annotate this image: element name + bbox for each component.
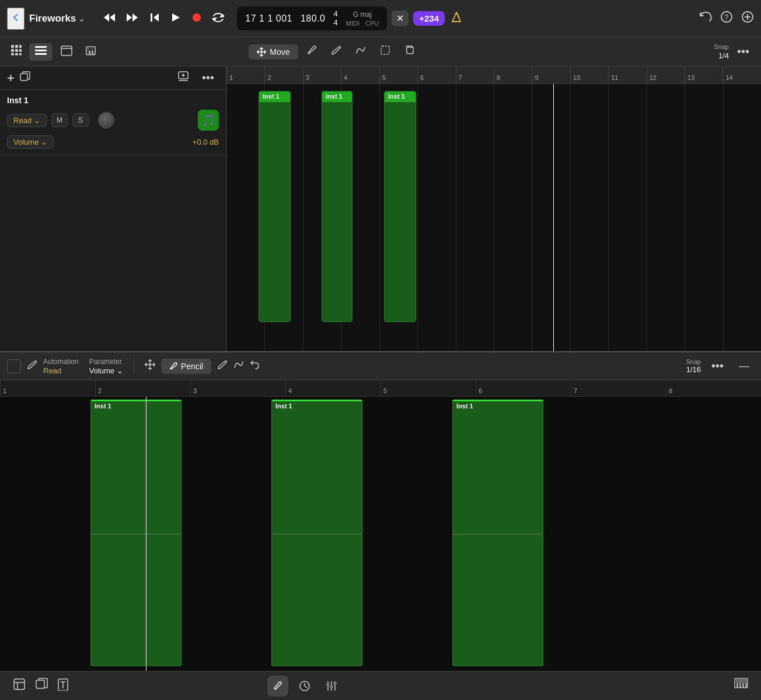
param-name: Volume [13, 138, 39, 146]
automation-tool-button[interactable] [27, 359, 37, 373]
auto-ruler-mark-2: 2 [95, 380, 190, 396]
automation-mode-value[interactable]: Read [43, 366, 79, 375]
svg-rect-21 [15, 49, 18, 52]
pencil-tool-button[interactable] [301, 42, 323, 61]
close-display-button[interactable]: ✕ [392, 10, 409, 26]
midi-region-2[interactable]: Inst 1 [322, 91, 352, 322]
grid-line-3 [303, 84, 303, 351]
project-dropdown-icon[interactable]: ⌄ [78, 14, 85, 23]
svg-rect-4 [151, 13, 152, 22]
toolbar-right: ? [699, 10, 754, 26]
solo-button[interactable]: S [72, 113, 89, 127]
timeline-playhead [553, 84, 554, 351]
grid-line-8 [494, 84, 494, 351]
brush-tool-button[interactable] [325, 42, 347, 61]
grid-line-5 [379, 84, 380, 351]
midi-region-3[interactable]: Inst 1 [384, 91, 416, 322]
svg-rect-26 [35, 46, 47, 48]
auto-track-area[interactable]: Inst 1 Inst 1 Inst 1 [0, 397, 761, 671]
automation-mode: Automation Read [43, 358, 79, 375]
svg-rect-23 [11, 53, 14, 55]
auto-region-3[interactable]: Inst 1 [452, 400, 543, 666]
read-button[interactable]: Read ⌄ [7, 114, 47, 127]
auto-region-2-label: Inst 1 [272, 401, 296, 411]
param-dropdown-icon: ⌄ [117, 366, 123, 375]
auto-curve-button[interactable] [233, 359, 244, 373]
piano-view-button[interactable] [81, 43, 100, 61]
mute-button[interactable]: M [51, 113, 68, 127]
svg-rect-24 [15, 53, 18, 55]
svg-rect-65 [745, 678, 747, 684]
auto-ruler-marks: 1 2 3 4 5 6 7 8 [0, 380, 761, 396]
undo-button[interactable] [699, 11, 712, 26]
svg-rect-19 [19, 45, 22, 48]
read-label: Read [13, 116, 32, 125]
pencil-tool-active-button[interactable]: Pencil [161, 359, 211, 374]
copy-tool-button[interactable] [399, 42, 421, 61]
bottom-clock-button[interactable] [294, 676, 315, 696]
auto-region-2-divider [272, 534, 362, 534]
play-button[interactable] [167, 9, 184, 29]
time-sig-bottom: 4 [333, 19, 337, 27]
duplicate-track-button[interactable] [19, 71, 31, 85]
move-tool-button[interactable]: Move [249, 44, 298, 60]
bottom-pencil-button[interactable] [267, 676, 288, 696]
track-item: Inst 1 Read ⌄ M S 🎵 Volume [0, 90, 226, 155]
track-list-more-button[interactable]: ••• [197, 68, 219, 88]
grid-view-button[interactable] [7, 42, 26, 61]
add-track-button[interactable]: + [7, 71, 15, 86]
bottom-icon3-button[interactable] [53, 676, 74, 696]
metronome-button[interactable] [449, 10, 463, 27]
grid-line-12 [647, 84, 647, 351]
grid-line-13 [685, 84, 685, 351]
auto-snap-value[interactable]: 1/16 [686, 365, 701, 374]
auto-move-tool-button[interactable] [145, 359, 155, 373]
svg-rect-25 [19, 53, 22, 55]
add-track-button[interactable] [741, 10, 754, 26]
curve-tool-button[interactable] [350, 42, 372, 61]
auto-region-2[interactable]: Inst 1 [271, 400, 362, 666]
loop-button[interactable] [209, 9, 228, 29]
param-label-button[interactable]: Volume ⌄ [7, 135, 54, 149]
auto-region-3-divider [453, 534, 543, 534]
window-view-button[interactable] [56, 43, 77, 61]
auto-return-button[interactable] [250, 359, 260, 373]
help-button[interactable]: ? [720, 10, 733, 26]
auto-more-button[interactable]: ••• [707, 357, 728, 375]
bottom-mixer-button[interactable] [321, 676, 342, 696]
bottom-icon2-button[interactable] [30, 676, 53, 696]
automation-param-value[interactable]: Volume ⌄ [89, 366, 123, 375]
svg-line-50 [305, 686, 307, 688]
more-options-button[interactable]: ••• [732, 43, 754, 61]
auto-region-1[interactable]: Inst 1 [90, 400, 181, 666]
grid-line-7 [456, 84, 456, 351]
upper-section: + [0, 66, 761, 352]
track-add-icon-button[interactable] [174, 68, 193, 88]
midi-region-1[interactable]: Inst 1 [259, 91, 291, 322]
auto-line-button[interactable]: — [734, 358, 754, 374]
svg-marker-9 [212, 18, 216, 20]
ruler-mark-4: 4 [341, 66, 379, 83]
time-signature: 4 4 [333, 10, 337, 27]
volume-knob[interactable] [98, 112, 114, 128]
record-button[interactable] [188, 9, 205, 29]
instrument-icon[interactable]: 🎵 [198, 110, 219, 131]
select-tool-button[interactable] [374, 42, 396, 61]
midi-label: MIDI [346, 20, 359, 27]
bottom-icon1-button[interactable] [8, 676, 30, 696]
grid-line-11 [608, 84, 609, 351]
automation-toggle[interactable] [7, 359, 21, 373]
top-toolbar: Fireworks ⌄ [0, 0, 761, 37]
fast-rewind-button[interactable] [99, 9, 119, 29]
track-content-area[interactable]: Inst 1 Inst 1 Inst 1 [226, 84, 761, 351]
svg-rect-18 [15, 45, 18, 48]
skip-to-start-button[interactable] [146, 9, 163, 29]
auto-brush-button[interactable] [217, 359, 228, 373]
snap-value[interactable]: 1/4 [718, 51, 729, 60]
list-view-button[interactable] [29, 43, 53, 61]
center-tools: Move [249, 42, 420, 61]
back-button[interactable] [7, 8, 25, 30]
fast-forward-button[interactable] [123, 9, 142, 29]
bottom-piano-button[interactable] [729, 676, 753, 696]
midi-region-1-header: Inst 1 [259, 92, 290, 102]
